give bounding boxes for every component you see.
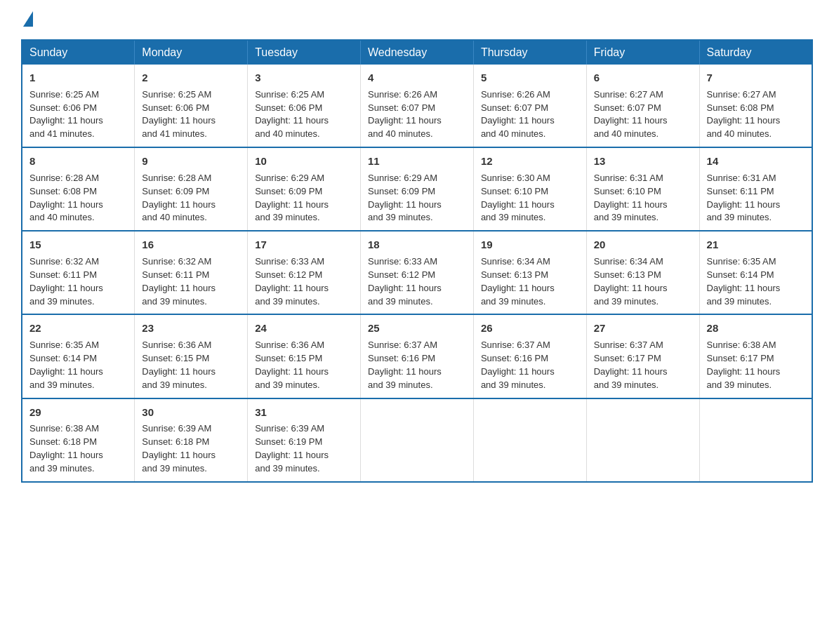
day-info: Sunrise: 6:33 AMSunset: 6:12 PMDaylight:… bbox=[255, 256, 329, 307]
calendar-day-cell: 29Sunrise: 6:38 AMSunset: 6:18 PMDayligh… bbox=[22, 398, 135, 482]
day-number: 20 bbox=[594, 237, 692, 253]
day-number: 6 bbox=[594, 70, 692, 86]
day-number: 5 bbox=[481, 70, 579, 86]
calendar-day-cell: 13Sunrise: 6:31 AMSunset: 6:10 PMDayligh… bbox=[586, 147, 699, 231]
day-number: 23 bbox=[142, 321, 240, 336]
calendar-header-row: SundayMondayTuesdayWednesdayThursdayFrid… bbox=[22, 40, 812, 65]
calendar-day-cell: 16Sunrise: 6:32 AMSunset: 6:11 PMDayligh… bbox=[135, 231, 248, 314]
page-header bbox=[21, 14, 813, 27]
day-info: Sunrise: 6:38 AMSunset: 6:18 PMDaylight:… bbox=[29, 423, 103, 474]
day-number: 31 bbox=[255, 405, 353, 420]
calendar-day-cell: 17Sunrise: 6:33 AMSunset: 6:12 PMDayligh… bbox=[248, 231, 361, 314]
day-info: Sunrise: 6:29 AMSunset: 6:09 PMDaylight:… bbox=[255, 173, 329, 223]
calendar-day-cell: 12Sunrise: 6:30 AMSunset: 6:10 PMDayligh… bbox=[473, 147, 586, 231]
day-info: Sunrise: 6:39 AMSunset: 6:18 PMDaylight:… bbox=[142, 423, 216, 474]
day-number: 2 bbox=[142, 70, 240, 86]
calendar-day-cell: 21Sunrise: 6:35 AMSunset: 6:14 PMDayligh… bbox=[699, 231, 812, 314]
day-info: Sunrise: 6:31 AMSunset: 6:11 PMDaylight:… bbox=[707, 173, 781, 223]
calendar-day-cell bbox=[699, 398, 812, 482]
day-info: Sunrise: 6:29 AMSunset: 6:09 PMDaylight:… bbox=[368, 173, 442, 223]
calendar-day-cell: 31Sunrise: 6:39 AMSunset: 6:19 PMDayligh… bbox=[248, 398, 361, 482]
day-number: 15 bbox=[29, 237, 127, 253]
day-info: Sunrise: 6:34 AMSunset: 6:13 PMDaylight:… bbox=[481, 256, 555, 307]
day-info: Sunrise: 6:32 AMSunset: 6:11 PMDaylight:… bbox=[29, 256, 103, 307]
calendar-day-cell: 26Sunrise: 6:37 AMSunset: 6:16 PMDayligh… bbox=[473, 314, 586, 398]
day-number: 24 bbox=[255, 321, 353, 336]
calendar-day-cell: 10Sunrise: 6:29 AMSunset: 6:09 PMDayligh… bbox=[248, 147, 361, 231]
day-info: Sunrise: 6:31 AMSunset: 6:10 PMDaylight:… bbox=[594, 173, 668, 223]
calendar-week-row: 1Sunrise: 6:25 AMSunset: 6:06 PMDaylight… bbox=[22, 65, 812, 147]
calendar-day-cell bbox=[361, 398, 474, 482]
calendar-day-cell: 6Sunrise: 6:27 AMSunset: 6:07 PMDaylight… bbox=[586, 65, 699, 147]
calendar-week-row: 15Sunrise: 6:32 AMSunset: 6:11 PMDayligh… bbox=[22, 231, 812, 314]
calendar-table: SundayMondayTuesdayWednesdayThursdayFrid… bbox=[21, 39, 813, 483]
calendar-header-friday: Friday bbox=[586, 40, 699, 65]
day-info: Sunrise: 6:28 AMSunset: 6:09 PMDaylight:… bbox=[142, 173, 216, 223]
day-number: 14 bbox=[707, 154, 805, 169]
calendar-day-cell: 24Sunrise: 6:36 AMSunset: 6:15 PMDayligh… bbox=[248, 314, 361, 398]
day-info: Sunrise: 6:33 AMSunset: 6:12 PMDaylight:… bbox=[368, 256, 442, 307]
day-info: Sunrise: 6:36 AMSunset: 6:15 PMDaylight:… bbox=[142, 340, 216, 390]
day-number: 1 bbox=[29, 70, 127, 86]
day-info: Sunrise: 6:27 AMSunset: 6:08 PMDaylight:… bbox=[707, 89, 781, 140]
calendar-day-cell: 2Sunrise: 6:25 AMSunset: 6:06 PMDaylight… bbox=[135, 65, 248, 147]
day-number: 22 bbox=[29, 321, 127, 336]
calendar-day-cell: 23Sunrise: 6:36 AMSunset: 6:15 PMDayligh… bbox=[135, 314, 248, 398]
calendar-day-cell bbox=[586, 398, 699, 482]
day-number: 4 bbox=[368, 70, 466, 86]
calendar-day-cell: 18Sunrise: 6:33 AMSunset: 6:12 PMDayligh… bbox=[361, 231, 474, 314]
day-info: Sunrise: 6:36 AMSunset: 6:15 PMDaylight:… bbox=[255, 340, 329, 390]
calendar-day-cell: 8Sunrise: 6:28 AMSunset: 6:08 PMDaylight… bbox=[22, 147, 135, 231]
day-number: 7 bbox=[707, 70, 805, 86]
calendar-day-cell: 3Sunrise: 6:25 AMSunset: 6:06 PMDaylight… bbox=[248, 65, 361, 147]
day-info: Sunrise: 6:35 AMSunset: 6:14 PMDaylight:… bbox=[29, 340, 103, 390]
logo bbox=[21, 14, 33, 27]
calendar-day-cell: 20Sunrise: 6:34 AMSunset: 6:13 PMDayligh… bbox=[586, 231, 699, 314]
day-info: Sunrise: 6:25 AMSunset: 6:06 PMDaylight:… bbox=[29, 89, 103, 140]
calendar-header-thursday: Thursday bbox=[473, 40, 586, 65]
day-info: Sunrise: 6:27 AMSunset: 6:07 PMDaylight:… bbox=[594, 89, 668, 140]
day-info: Sunrise: 6:39 AMSunset: 6:19 PMDaylight:… bbox=[255, 423, 329, 474]
calendar-day-cell: 14Sunrise: 6:31 AMSunset: 6:11 PMDayligh… bbox=[699, 147, 812, 231]
calendar-week-row: 22Sunrise: 6:35 AMSunset: 6:14 PMDayligh… bbox=[22, 314, 812, 398]
day-number: 29 bbox=[29, 405, 127, 420]
day-number: 18 bbox=[368, 237, 466, 253]
calendar-header-saturday: Saturday bbox=[699, 40, 812, 65]
day-info: Sunrise: 6:26 AMSunset: 6:07 PMDaylight:… bbox=[368, 89, 442, 140]
calendar-day-cell: 4Sunrise: 6:26 AMSunset: 6:07 PMDaylight… bbox=[361, 65, 474, 147]
day-number: 10 bbox=[255, 154, 353, 169]
day-number: 28 bbox=[707, 321, 805, 336]
calendar-day-cell: 7Sunrise: 6:27 AMSunset: 6:08 PMDaylight… bbox=[699, 65, 812, 147]
day-number: 11 bbox=[368, 154, 466, 169]
calendar-day-cell bbox=[473, 398, 586, 482]
day-info: Sunrise: 6:28 AMSunset: 6:08 PMDaylight:… bbox=[29, 173, 103, 223]
day-info: Sunrise: 6:38 AMSunset: 6:17 PMDaylight:… bbox=[707, 340, 781, 390]
day-number: 16 bbox=[142, 237, 240, 253]
calendar-day-cell: 22Sunrise: 6:35 AMSunset: 6:14 PMDayligh… bbox=[22, 314, 135, 398]
calendar-week-row: 29Sunrise: 6:38 AMSunset: 6:18 PMDayligh… bbox=[22, 398, 812, 482]
calendar-day-cell: 5Sunrise: 6:26 AMSunset: 6:07 PMDaylight… bbox=[473, 65, 586, 147]
calendar-header-sunday: Sunday bbox=[22, 40, 135, 65]
day-info: Sunrise: 6:32 AMSunset: 6:11 PMDaylight:… bbox=[142, 256, 216, 307]
day-number: 12 bbox=[481, 154, 579, 169]
day-info: Sunrise: 6:37 AMSunset: 6:17 PMDaylight:… bbox=[594, 340, 668, 390]
day-number: 25 bbox=[368, 321, 466, 336]
day-number: 27 bbox=[594, 321, 692, 336]
day-number: 8 bbox=[29, 154, 127, 169]
calendar-week-row: 8Sunrise: 6:28 AMSunset: 6:08 PMDaylight… bbox=[22, 147, 812, 231]
calendar-header-tuesday: Tuesday bbox=[248, 40, 361, 65]
calendar-day-cell: 30Sunrise: 6:39 AMSunset: 6:18 PMDayligh… bbox=[135, 398, 248, 482]
day-info: Sunrise: 6:25 AMSunset: 6:06 PMDaylight:… bbox=[255, 89, 329, 140]
calendar-day-cell: 15Sunrise: 6:32 AMSunset: 6:11 PMDayligh… bbox=[22, 231, 135, 314]
day-info: Sunrise: 6:34 AMSunset: 6:13 PMDaylight:… bbox=[594, 256, 668, 307]
day-number: 17 bbox=[255, 237, 353, 253]
calendar-day-cell: 27Sunrise: 6:37 AMSunset: 6:17 PMDayligh… bbox=[586, 314, 699, 398]
calendar-day-cell: 9Sunrise: 6:28 AMSunset: 6:09 PMDaylight… bbox=[135, 147, 248, 231]
calendar-day-cell: 1Sunrise: 6:25 AMSunset: 6:06 PMDaylight… bbox=[22, 65, 135, 147]
calendar-day-cell: 28Sunrise: 6:38 AMSunset: 6:17 PMDayligh… bbox=[699, 314, 812, 398]
day-number: 9 bbox=[142, 154, 240, 169]
day-number: 21 bbox=[707, 237, 805, 253]
calendar-header-wednesday: Wednesday bbox=[361, 40, 474, 65]
day-info: Sunrise: 6:25 AMSunset: 6:06 PMDaylight:… bbox=[142, 89, 216, 140]
day-info: Sunrise: 6:26 AMSunset: 6:07 PMDaylight:… bbox=[481, 89, 555, 140]
